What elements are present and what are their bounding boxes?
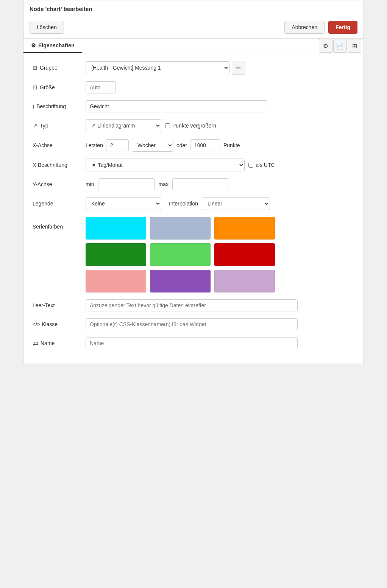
gruppe-row: ⊞ Gruppe [Health - Gewicht] Messung 1 ✏ bbox=[33, 61, 354, 75]
x-achse-controls: Letzten Wocher Tage Stunden oder Punkte bbox=[86, 139, 240, 152]
gruppe-input-group: [Health - Gewicht] Messung 1 ✏ bbox=[86, 61, 354, 75]
color-swatch-6[interactable] bbox=[86, 270, 146, 292]
tab-eigenschaften-label: Eigenschaften bbox=[38, 42, 75, 48]
name-row: 🏷 Name bbox=[33, 337, 354, 349]
groesse-row: ⊡ Größe bbox=[33, 81, 354, 93]
typ-label: ↗ Typ bbox=[33, 122, 82, 129]
typ-select[interactable]: ↗ Liniendiagramm bbox=[86, 119, 161, 132]
tab-icon-settings[interactable]: ⚙ bbox=[319, 39, 332, 53]
typ-icon: ↗ bbox=[33, 122, 37, 129]
als-utc-group: als UTC bbox=[248, 162, 275, 168]
interpolation-select[interactable]: Linear Step Bezier bbox=[202, 197, 270, 210]
legende-controls: Keine Oben Unten Interpolation Linear St… bbox=[86, 197, 270, 210]
legende-label: Legende bbox=[33, 201, 82, 207]
y-min-input[interactable] bbox=[98, 178, 155, 190]
klasse-input[interactable] bbox=[86, 318, 298, 330]
y-max-input[interactable] bbox=[172, 178, 229, 190]
color-swatch-3[interactable] bbox=[86, 243, 146, 266]
letzten-label: Letzten bbox=[86, 142, 103, 148]
legende-select[interactable]: Keine Oben Unten bbox=[86, 197, 161, 210]
min-label: min bbox=[86, 181, 94, 187]
page-title: Node 'chart' bearbeiten bbox=[23, 0, 364, 16]
beschriftung-input[interactable] bbox=[86, 100, 267, 112]
punkte-label: Punkte bbox=[223, 142, 240, 148]
serienfarben-grid bbox=[86, 217, 354, 292]
interpolation-label: Interpolation bbox=[169, 201, 198, 207]
x-beschriftung-label: X-Beschriftung bbox=[33, 162, 82, 168]
fertig-button[interactable]: Fertig bbox=[328, 21, 357, 34]
name-icon: 🏷 bbox=[33, 340, 38, 347]
gruppe-label: ⊞ Gruppe bbox=[33, 64, 82, 71]
oder-label: oder bbox=[176, 142, 187, 148]
punkte-checkbox-label[interactable]: Punkte vergrößern bbox=[165, 123, 216, 129]
x-beschriftung-row: X-Beschriftung ▼ Tag/Monat als UTC bbox=[33, 159, 354, 171]
leer-text-label: Leer-Text bbox=[33, 302, 82, 308]
title-text: Node 'chart' bearbeiten bbox=[30, 6, 92, 12]
punkte-checkbox[interactable] bbox=[165, 123, 170, 128]
gruppe-edit-button[interactable]: ✏ bbox=[232, 61, 245, 75]
als-utc-label: als UTC bbox=[256, 162, 275, 168]
serienfarben-row: Serienfarben bbox=[33, 217, 354, 292]
tab-icon-document[interactable]: 📄 bbox=[333, 39, 347, 53]
typ-row: ↗ Typ ↗ Liniendiagramm Punkte vergrößern bbox=[33, 119, 354, 132]
name-label: 🏷 Name bbox=[33, 340, 82, 347]
tab-settings-icon: ⚙ bbox=[31, 42, 36, 48]
loeschen-button[interactable]: Löschen bbox=[30, 21, 64, 34]
x-letzten-input[interactable] bbox=[106, 139, 129, 151]
color-swatch-7[interactable] bbox=[150, 270, 211, 292]
color-swatch-8[interactable] bbox=[214, 270, 275, 292]
tab-icon-layout[interactable]: ⊞ bbox=[348, 39, 361, 53]
color-swatch-4[interactable] bbox=[150, 243, 211, 266]
x-achse-label: X-Achse bbox=[33, 142, 82, 148]
max-label: max bbox=[159, 181, 169, 187]
color-swatch-0[interactable] bbox=[86, 217, 146, 240]
klasse-row: </> Klasse bbox=[33, 318, 354, 330]
color-swatch-5[interactable] bbox=[214, 243, 275, 266]
toolbar: Löschen Abbrechen Fertig bbox=[23, 16, 364, 39]
gruppe-select[interactable]: [Health - Gewicht] Messung 1 bbox=[86, 61, 229, 74]
color-swatch-2[interactable] bbox=[214, 217, 275, 240]
gruppe-icon: ⊞ bbox=[33, 64, 37, 71]
groesse-label: ⊡ Größe bbox=[33, 84, 82, 91]
x-achse-row: X-Achse Letzten Wocher Tage Stunden oder… bbox=[33, 139, 354, 152]
legende-row: Legende Keine Oben Unten Interpolation L… bbox=[33, 197, 354, 210]
leer-text-row: Leer-Text bbox=[33, 299, 354, 311]
name-input[interactable] bbox=[86, 337, 298, 349]
groesse-icon: ⊡ bbox=[33, 84, 37, 91]
y-achse-label: Y-Achse bbox=[33, 181, 82, 187]
tab-eigenschaften[interactable]: ⚙ Eigenschaften bbox=[23, 39, 82, 53]
x-beschriftung-select[interactable]: ▼ Tag/Monat bbox=[86, 159, 245, 171]
tab-icons-group: ⚙ 📄 ⊞ bbox=[319, 39, 364, 53]
groesse-input[interactable] bbox=[86, 81, 116, 93]
leer-text-input[interactable] bbox=[86, 299, 298, 311]
serienfarben-label: Serienfarben bbox=[33, 217, 82, 230]
y-achse-row: Y-Achse min max bbox=[33, 178, 354, 190]
color-swatch-1[interactable] bbox=[150, 217, 211, 240]
x-wocher-select[interactable]: Wocher Tage Stunden bbox=[132, 139, 173, 152]
klasse-label: </> Klasse bbox=[33, 321, 82, 327]
beschriftung-icon: I bbox=[33, 103, 34, 110]
als-utc-checkbox[interactable] bbox=[248, 163, 253, 168]
x-punkte-input[interactable] bbox=[190, 139, 220, 151]
beschriftung-label: I Beschriftung bbox=[33, 103, 82, 110]
content-area: ⊞ Gruppe [Health - Gewicht] Messung 1 ✏ … bbox=[23, 53, 364, 364]
beschriftung-row: I Beschriftung bbox=[33, 100, 354, 112]
abbrechen-button[interactable]: Abbrechen bbox=[284, 21, 325, 34]
y-achse-controls: min max bbox=[86, 178, 229, 190]
tabs-row: ⚙ Eigenschaften ⚙ 📄 ⊞ bbox=[23, 39, 364, 53]
